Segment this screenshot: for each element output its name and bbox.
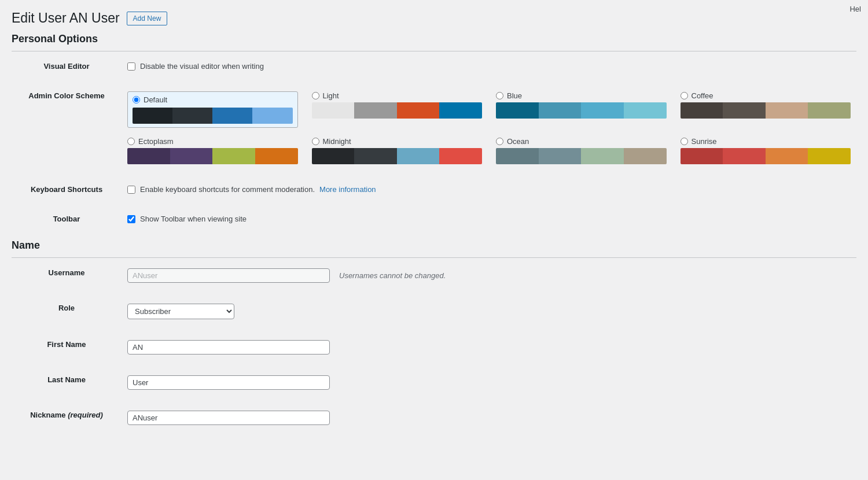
toolbar-row: Toolbar Show Toolbar when viewing site [12,204,856,234]
color-scheme-cell: DefaultLightBlueCoffeeEctoplasmMidnightO… [127,81,856,175]
toolbar-cell: Show Toolbar when viewing site [127,204,856,234]
nickname-label: Nickname (required) [12,400,127,435]
color-scheme-radio-ectoplasm[interactable] [127,138,135,145]
color-scheme-name-sunrise: Sunrise [692,137,717,146]
page-title: Edit User AN User [12,10,120,26]
username-input-row: Usernames cannot be changed. [127,268,851,283]
color-schemes-grid: DefaultLightBlueCoffeeEctoplasmMidnightO… [127,91,851,164]
toolbar-checkbox-label[interactable]: Show Toolbar when viewing site [127,215,851,223]
color-swatch-ectoplasm [127,148,298,164]
last-name-row: Last Name [12,365,856,400]
color-scheme-label: Admin Color Scheme [12,81,127,175]
personal-options-table: Visual Editor Disable the visual editor … [12,51,856,234]
username-label: Username [12,258,127,293]
color-scheme-coffee[interactable]: Coffee [681,91,851,128]
color-scheme-radio-midnight[interactable] [312,138,319,145]
visual-editor-checkbox[interactable] [127,62,135,71]
toolbar-checkbox-text: Show Toolbar when viewing site [140,215,247,223]
color-scheme-blue[interactable]: Blue [496,91,667,128]
color-swatch-coffee [681,102,851,119]
color-swatch-midnight [312,148,483,164]
color-swatch-blue [496,102,667,119]
color-scheme-radio-light[interactable] [312,92,319,99]
nickname-input[interactable] [127,411,330,425]
first-name-cell [127,330,856,365]
visual-editor-label: Visual Editor [12,51,127,81]
main-content: Personal Options Visual Editor Disable t… [0,33,868,459]
visual-editor-checkbox-text: Disable the visual editor when writing [140,62,264,71]
color-scheme-ocean[interactable]: Ocean [496,137,667,164]
color-scheme-name-blue: Blue [507,91,522,100]
username-cell: Usernames cannot be changed. [127,258,856,293]
color-scheme-name-ocean: Ocean [507,137,529,146]
color-scheme-light[interactable]: Light [312,91,483,128]
username-note: Usernames cannot be changed. [339,271,446,280]
name-table: Username Usernames cannot be changed. Ro… [12,258,856,435]
username-row: Username Usernames cannot be changed. [12,258,856,293]
color-scheme-radio-coffee[interactable] [681,92,688,99]
keyboard-shortcuts-text: Enable keyboard shortcuts for comment mo… [140,185,315,194]
nickname-cell [127,400,856,435]
nickname-row: Nickname (required) [12,400,856,435]
color-scheme-radio-blue[interactable] [496,92,503,99]
first-name-input[interactable] [127,340,330,355]
color-scheme-name-light: Light [323,91,339,100]
color-scheme-label-midnight[interactable]: Midnight [312,137,483,146]
color-scheme-label-coffee[interactable]: Coffee [681,91,851,100]
visual-editor-checkbox-label[interactable]: Disable the visual editor when writing [127,62,851,71]
color-scheme-name-coffee: Coffee [692,91,713,100]
add-new-button[interactable]: Add New [127,12,168,25]
help-button[interactable]: Hel [843,0,868,18]
color-swatch-sunrise [681,148,851,164]
color-scheme-label-sunrise[interactable]: Sunrise [681,137,851,146]
first-name-label: First Name [12,330,127,365]
color-scheme-label-light[interactable]: Light [312,91,483,100]
color-scheme-name-midnight: Midnight [323,137,351,146]
color-scheme-name-ectoplasm: Ectoplasm [138,137,174,146]
role-row: Role SubscriberContributorAuthorEditorAd… [12,293,856,330]
username-input [127,268,330,283]
role-label: Role [12,293,127,330]
keyboard-shortcuts-label: Keyboard Shortcuts [12,175,127,204]
color-scheme-radio-sunrise[interactable] [681,138,688,145]
color-scheme-ectoplasm[interactable]: Ectoplasm [127,137,298,164]
color-scheme-midnight[interactable]: Midnight [312,137,483,164]
visual-editor-row: Visual Editor Disable the visual editor … [12,51,856,81]
color-scheme-label-ocean[interactable]: Ocean [496,137,667,146]
role-select[interactable]: SubscriberContributorAuthorEditorAdminis… [127,304,234,319]
keyboard-shortcuts-cell: Enable keyboard shortcuts for comment mo… [127,175,856,204]
toolbar-label: Toolbar [12,204,127,234]
last-name-label: Last Name [12,365,127,400]
color-scheme-default[interactable]: Default [127,91,298,128]
color-scheme-row: Admin Color Scheme DefaultLightBlueCoffe… [12,81,856,175]
last-name-cell [127,365,856,400]
color-scheme-sunrise[interactable]: Sunrise [681,137,851,164]
name-section-title: Name [12,239,856,258]
color-scheme-radio-default[interactable] [133,96,140,104]
keyboard-shortcuts-checkbox[interactable] [127,186,135,194]
color-swatch-default [133,108,293,124]
keyboard-shortcuts-row: Keyboard Shortcuts Enable keyboard short… [12,175,856,204]
keyboard-shortcuts-checkbox-label[interactable]: Enable keyboard shortcuts for comment mo… [127,185,851,194]
color-scheme-label-default[interactable]: Default [133,95,293,104]
color-swatch-ocean [496,148,667,164]
last-name-input[interactable] [127,375,330,390]
personal-options-title: Personal Options [12,33,856,51]
visual-editor-cell: Disable the visual editor when writing [127,51,856,81]
toolbar-checkbox[interactable] [127,215,135,223]
role-cell: SubscriberContributorAuthorEditorAdminis… [127,293,856,330]
color-scheme-name-default: Default [144,95,167,104]
color-scheme-label-ectoplasm[interactable]: Ectoplasm [127,137,298,146]
keyboard-shortcuts-more-info[interactable]: More information [319,185,376,194]
color-swatch-light [312,102,483,119]
color-scheme-label-blue[interactable]: Blue [496,91,667,100]
page-header: Edit User AN User Add New [0,0,868,33]
first-name-row: First Name [12,330,856,365]
color-scheme-radio-ocean[interactable] [496,138,503,145]
